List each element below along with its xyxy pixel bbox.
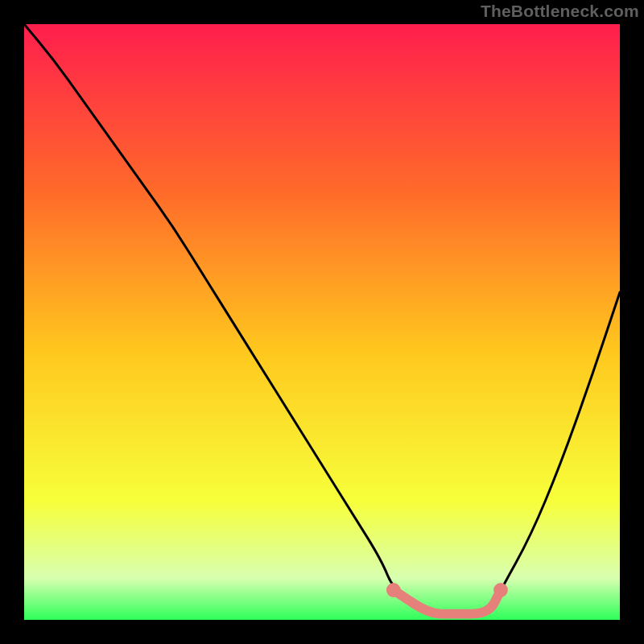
highlight-start-dot [386, 583, 401, 597]
chart-gradient-bg [24, 24, 620, 620]
chart-stage: TheBottleneck.com [0, 0, 644, 644]
highlight-end-dot [493, 583, 508, 597]
bottleneck-chart [0, 0, 644, 644]
watermark-text: TheBottleneck.com [481, 2, 639, 21]
